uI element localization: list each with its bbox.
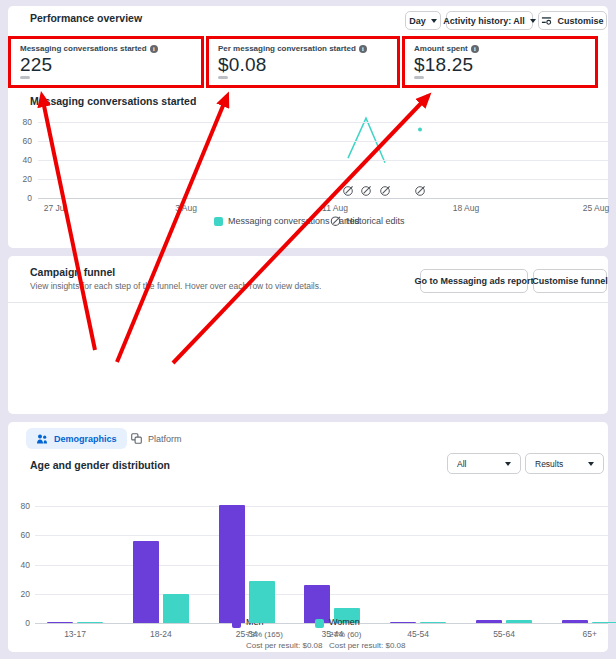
legend-share-women: 27% (60) <box>329 630 361 639</box>
gridline <box>35 506 608 507</box>
tab-demographics-label: Demographics <box>54 434 117 444</box>
customise-funnel-button[interactable]: Customise funnel <box>533 269 607 293</box>
metric-card-cost-per-conversation[interactable]: Per messaging conversation startedi $0.0… <box>206 36 400 88</box>
day-dropdown-label: Day <box>409 16 426 26</box>
metric-value: $18.25 <box>414 54 595 76</box>
historical-edits-icon <box>330 215 342 227</box>
activity-history-label: Activity history: All <box>443 16 525 26</box>
people-icon <box>36 433 48 445</box>
bar-y-axis-label: 20 <box>10 589 30 599</box>
trend-x-axis-label: 11 Aug <box>313 203 357 213</box>
age-gender-title: Age and gender distribution <box>30 459 170 471</box>
metric-label: Messaging conversations started <box>20 44 147 53</box>
bar-x-axis-label: 45-54 <box>388 629 448 639</box>
bar-women-18-24 <box>163 594 189 623</box>
trend-x-axis-label: 18 Aug <box>444 203 488 213</box>
info-icon[interactable]: i <box>471 45 479 53</box>
chevron-down-icon <box>505 462 511 466</box>
metric-card-messaging-conversations[interactable]: Messaging conversations startedi 225 <box>8 36 204 88</box>
bar-y-axis-label: 80 <box>10 501 30 511</box>
gridline <box>35 565 608 566</box>
info-icon[interactable]: i <box>359 45 367 53</box>
metric-label: Amount spent <box>414 44 468 53</box>
tab-platform[interactable]: Platform <box>131 428 182 449</box>
gridline <box>38 160 608 161</box>
metric-value: 225 <box>20 54 201 76</box>
legend-cost-women: Cost per result: $0.08 <box>329 641 405 650</box>
bar-men-55-64 <box>476 620 502 623</box>
bar-men-35-44 <box>304 585 330 623</box>
gridline <box>35 535 608 536</box>
metric-filter-dropdown[interactable]: Results <box>525 453 604 474</box>
trend-x-axis-label: 27 Jul <box>33 203 77 213</box>
comparison-dash <box>414 76 424 79</box>
platform-icon <box>131 433 142 444</box>
ads-insights-page: Performance overview Day Activity histor… <box>0 0 616 659</box>
trend-y-axis-label: 60 <box>12 136 32 146</box>
trend-y-axis-label: 80 <box>12 117 32 127</box>
bar-x-axis-label: 18-24 <box>131 629 191 639</box>
tab-platform-label: Platform <box>148 434 182 444</box>
bar-women-55-64 <box>506 620 532 623</box>
breakdown-filter-dropdown[interactable]: All <box>447 453 521 474</box>
gridline <box>38 141 608 142</box>
report-button-label: Go to Messaging ads report <box>414 276 533 286</box>
metric-label: Per messaging conversation started <box>218 44 356 53</box>
go-to-messaging-ads-report-button[interactable]: Go to Messaging ads report <box>420 269 528 293</box>
activity-history-dropdown[interactable]: Activity history: All <box>446 11 533 30</box>
gridline <box>38 179 608 180</box>
trend-y-axis-label: 40 <box>12 155 32 165</box>
chevron-down-icon <box>530 19 536 23</box>
bar-women-25-34 <box>249 581 275 623</box>
bar-women-45-54 <box>420 622 446 624</box>
tab-demographics[interactable]: Demographics <box>26 428 127 449</box>
bar-x-axis-label: 55-64 <box>474 629 534 639</box>
trend-y-axis-label: 0 <box>12 193 32 203</box>
trend-x-axis-label: 3 Aug <box>164 203 208 213</box>
metric-value: $0.08 <box>218 54 397 76</box>
funnel-subtitle: View insights for each step of the funne… <box>30 281 321 291</box>
info-icon[interactable]: i <box>150 45 158 53</box>
page-title: Performance overview <box>30 12 142 24</box>
legend-cost-men: Cost per result: $0.08 <box>246 641 322 650</box>
bar-men-25-34 <box>219 505 245 623</box>
comparison-dash <box>20 76 30 79</box>
customise-sliders-icon <box>541 15 552 26</box>
bar-men-18-24 <box>133 541 159 623</box>
trend-y-axis-label: 20 <box>12 174 32 184</box>
customise-button[interactable]: Customise <box>538 11 607 30</box>
metric-card-amount-spent[interactable]: Amount spenti $18.25 <box>402 36 598 88</box>
legend-share-men: 73% (165) <box>246 630 283 639</box>
legend-label-historical-edits: Historical edits <box>346 216 405 226</box>
customise-label: Customise <box>557 16 603 26</box>
bar-men-45-54 <box>390 622 416 624</box>
bar-y-axis-label: 0 <box>10 618 30 628</box>
chevron-down-icon <box>431 19 437 23</box>
chevron-down-icon <box>588 462 594 466</box>
gridline <box>38 198 608 199</box>
funnel-divider <box>8 302 608 303</box>
bar-y-axis-label: 60 <box>10 530 30 540</box>
day-dropdown[interactable]: Day <box>405 11 441 30</box>
legend-swatch-men <box>232 619 241 628</box>
metric-filter-label: Results <box>535 459 563 469</box>
bar-women-13-17 <box>77 622 103 624</box>
legend-name-women: Women <box>329 617 360 627</box>
trend-chart-title: Messaging conversations started <box>30 95 196 107</box>
legend-swatch-conversations <box>214 217 223 226</box>
comparison-dash <box>218 76 228 79</box>
bar-x-axis-label: 13-17 <box>45 629 105 639</box>
bar-women-65+ <box>592 622 616 624</box>
bar-x-axis-label: 65+ <box>560 629 616 639</box>
trend-x-axis-label: 25 Aug <box>574 203 616 213</box>
bar-y-axis-label: 40 <box>10 560 30 570</box>
legend-swatch-women <box>315 619 324 628</box>
gridline <box>38 122 608 123</box>
bar-men-13-17 <box>47 622 73 624</box>
funnel-title: Campaign funnel <box>30 266 115 278</box>
bar-men-65+ <box>562 620 588 623</box>
breakdown-filter-label: All <box>457 459 466 469</box>
customise-funnel-label: Customise funnel <box>532 276 608 286</box>
